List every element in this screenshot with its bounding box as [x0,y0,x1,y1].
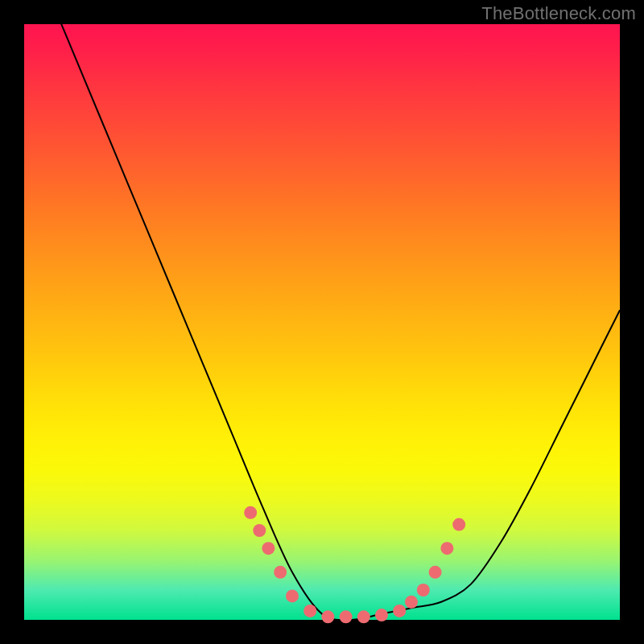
highlight-dot [429,566,442,579]
highlight-dot [321,610,334,623]
highlight-dot [375,609,388,621]
plot-area [24,24,620,620]
highlight-dot [393,605,406,617]
highlight-dot [452,518,465,531]
highlight-dot [303,605,316,617]
highlight-dot [286,589,299,602]
highlight-dot [253,524,266,537]
highlight-dot [244,506,257,519]
chart-container [24,24,620,620]
chart-svg [24,24,620,620]
highlight-dot [262,542,275,555]
highlight-dot [440,542,453,555]
highlight-dot [274,566,287,579]
highlight-dot [417,584,430,597]
curve-layer [24,0,620,620]
highlight-dot [357,610,370,623]
bottleneck-curve [24,0,620,620]
highlight-dot [405,596,418,609]
watermark-text: TheBottleneck.com [481,3,636,24]
dots-layer [244,506,465,624]
highlight-dot [340,610,353,623]
